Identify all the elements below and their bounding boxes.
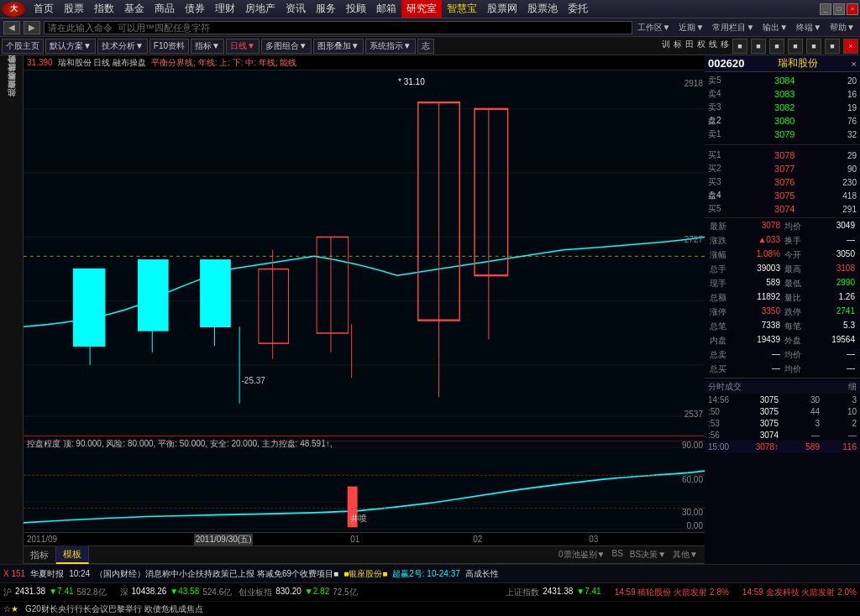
individual-stock-home[interactable]: 个股主页 [2,39,44,54]
individual-label: 个股主页 [6,40,39,52]
line-btn[interactable]: 线 [709,39,717,54]
overlay-btn[interactable]: 图形叠加▼ [313,39,364,54]
annotation-marker: * [398,77,404,86]
x-axis-bar: 2011/09 2011/09/30(五) 01 02 03 [24,532,705,546]
control-chart[interactable]: 控盘程度 顶: 90.000, 风险: 80.000, 平衡: 50.000, … [24,436,705,546]
sidebar-technical[interactable]: 技术分析 [4,76,19,82]
icon-btn-6[interactable]: ■ [825,39,840,54]
stat-volume-ratio: 量比 1.26 [783,291,857,305]
recent-btn[interactable]: 近期▼ [677,22,705,34]
stat-amount: 总额 11892 [708,291,782,305]
ob-divider [705,144,860,145]
y-0: 0.00 [687,521,703,530]
buy-row-3: 买3 3076 230 [705,175,860,189]
move-btn[interactable]: 移 [721,39,729,54]
help-btn[interactable]: 帮助▼ [828,22,857,34]
stats-section: 最新 3078 均价 3049 涨跌 ▲033 换手 — [705,217,860,378]
stock-header: 002620 瑞和股份 × [705,55,860,72]
f10-label: F10资料 [154,40,185,52]
menu-service[interactable]: 服务 [311,0,341,18]
other-btn[interactable]: 其他▼ [673,549,698,561]
mark-btn[interactable]: 标 [674,39,682,54]
indicator-btn[interactable]: 指标▼ [191,39,224,54]
svg-rect-13 [259,269,289,344]
stat-current-hands: 现手 589 [708,277,782,290]
bs-decision-btn[interactable]: BS决策▼ [630,549,666,561]
chart-bottom-tabs: 指标 模板 0票池鉴别▼ BS BS决策▼ 其他▼ [24,546,705,564]
alert-info: 超赢2号: 10-24:37 [392,568,460,580]
menu-stockpool[interactable]: 股票池 [522,0,563,18]
default-scheme-btn[interactable]: 默认方案▼ [45,39,96,54]
template-tab[interactable]: 模板 [56,546,89,564]
app-logo[interactable]: 大 [2,2,25,17]
th-detail[interactable]: 细 [848,381,857,393]
menu-realestate[interactable]: 房地产 [240,0,281,18]
f10-btn[interactable]: F10资料 [149,39,189,54]
ticker-right-news-2: 14:59 金发科技 火箭发射 2.0% [742,587,857,598]
train-btn[interactable]: 训 [662,39,670,54]
related-stock[interactable]: ■银座股份■ [343,568,387,580]
bs-btn[interactable]: BS [612,549,623,561]
menu-stocks[interactable]: 股票 [59,0,89,18]
system-label: 系统指示▼ [370,40,412,52]
menu-home[interactable]: 首页 [29,0,59,18]
icon-btn-2[interactable]: ■ [751,39,766,54]
terminal-btn[interactable]: 终端▼ [794,22,823,34]
grid-btn[interactable]: 田 [685,39,694,54]
svg-rect-9 [138,260,168,331]
icon-btn-5[interactable]: ■ [806,39,821,54]
bottom-status-bar: X 151 华夏时报 10:24 （国内财经）消息称中小企扶持政策已上报 将减免… [0,564,860,582]
sidebar-individual-stock[interactable]: 个股主页 [4,59,19,65]
forward-button[interactable]: ▶ [24,21,40,34]
menu-fund[interactable]: 基金 [119,0,149,18]
sidebar-other[interactable]: 其他 [4,101,19,107]
menu-research[interactable]: 研究室 [401,0,442,18]
menu-commodity[interactable]: 商品 [149,0,180,18]
order-book-sells: 卖5 3084 20 卖4 3083 16 卖3 3082 19 盘2 3080 [705,72,860,143]
close-button[interactable]: × [847,3,858,15]
alert-type: 高成长性 [465,568,499,580]
menu-email[interactable]: 邮箱 [371,0,401,18]
misc-btn[interactable]: 志 [417,39,434,54]
daily-line-btn[interactable]: 日线▼ [226,39,260,54]
main-chart[interactable]: 2918 2727 2537 * 31.10 [24,70,705,436]
icon-btn-1[interactable]: ■ [732,39,747,54]
menu-bond[interactable]: 债券 [180,0,210,18]
second-toolbar: 个股主页 默认方案▼ 技术分析▼ F10资料 指标▼ 日线▼ 多图组合▼ 图形叠… [0,37,860,55]
sidebar-fundamentals[interactable]: 基本资料 [4,84,19,91]
technical-analysis-btn[interactable]: 技术分析▼ [97,39,148,54]
icon-btn-3[interactable]: ■ [769,39,784,54]
system-btn[interactable]: 系统指示▼ [365,39,416,54]
trade-row-4: :56 3074 — — [705,429,860,441]
menu-delegate[interactable]: 委托 [563,0,593,18]
right-panel: 002620 瑞和股份 × 卖5 3084 20 卖4 3083 16 卖3 [705,55,860,564]
stat-change-pct: 涨幅 1.08% [708,248,782,262]
y-90: 90.00 [682,441,703,450]
icon-btn-4[interactable]: ■ [788,39,803,54]
price-annotation: * 31.10 [398,77,425,86]
menu-advisor[interactable]: 投顾 [341,0,371,18]
output-btn[interactable]: 输出▼ [761,22,789,34]
multi-chart-btn[interactable]: 多图组合▼ [261,39,312,54]
pool-btn[interactable]: 0票池鉴别▼ [558,549,605,561]
minimize-button[interactable]: _ [820,3,831,15]
sidebar-capital[interactable]: 资金席位 [4,92,19,99]
indicator-tab[interactable]: 指标 [24,546,56,564]
menu-news[interactable]: 资讯 [281,0,311,18]
menu-smartwealth[interactable]: 智慧宝 [442,0,482,18]
menu-stocknet[interactable]: 股票网 [482,0,522,18]
common-btn[interactable]: 常用栏目▼ [711,22,756,34]
menu-finance[interactable]: 理财 [210,0,240,18]
menu-index[interactable]: 指数 [89,0,119,18]
icon-close-btn[interactable]: × [843,39,858,54]
sidebar-timeshare[interactable]: 分时走势 [4,67,19,74]
workspace-btn[interactable]: 工作区▼ [636,22,673,34]
stat-low: 最低 2990 [783,277,857,290]
right-btn[interactable]: 权 [697,39,705,54]
command-input[interactable] [44,21,632,34]
panel-close[interactable]: × [852,59,857,69]
x-label-02: 02 [473,535,482,544]
ticker-right: 上证指数 2431.38 ▼7.41 14:59 稿轮股份 火箭发射 2.8% … [506,587,857,598]
maximize-button[interactable]: □ [833,3,845,15]
back-button[interactable]: ◀ [3,21,20,34]
